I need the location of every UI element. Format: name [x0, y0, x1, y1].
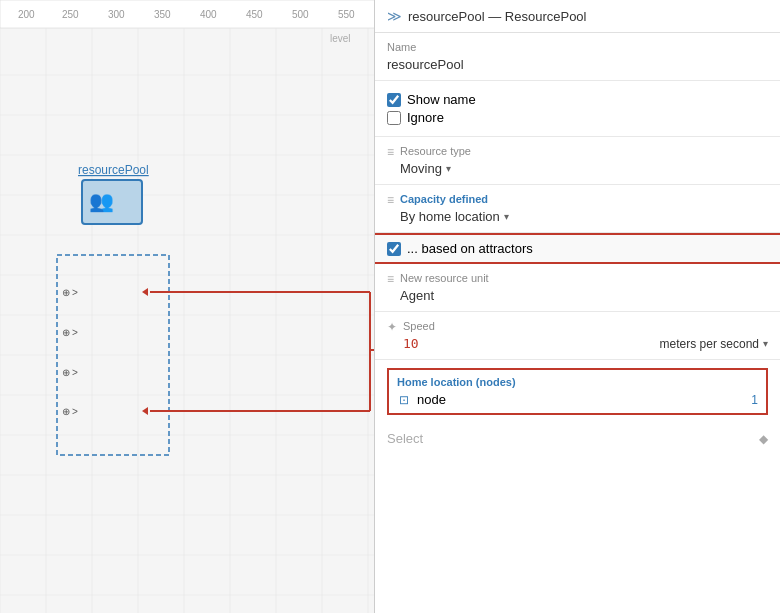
- capacity-dropdown[interactable]: By home location ▾: [400, 209, 768, 224]
- capacity-value: By home location: [400, 209, 500, 224]
- speed-unit: meters per second ▾: [660, 337, 768, 351]
- attractors-label: ... based on attractors: [407, 241, 533, 256]
- home-location-section: Home location (nodes) ⊡ node 1: [387, 368, 768, 415]
- new-resource-value: Agent: [400, 288, 768, 303]
- node-icon: ⊡: [397, 393, 411, 407]
- prop-header-title: resourcePool — ResourcePool: [408, 9, 586, 24]
- svg-text:200: 200: [18, 9, 35, 20]
- prop-header: ≫ resourcePool — ResourcePool: [375, 0, 780, 33]
- canvas-area[interactable]: 200 250 300 350 400 450 500 550 level: [0, 0, 375, 613]
- chevron-down-icon-speed: ▾: [763, 338, 768, 349]
- svg-marker-39: [142, 288, 148, 296]
- svg-text:⊕: ⊕: [62, 406, 70, 417]
- svg-text:500: 500: [292, 9, 309, 20]
- svg-text:>: >: [72, 287, 78, 298]
- svg-text:⊕: ⊕: [62, 367, 70, 378]
- capacity-label: Capacity defined: [400, 193, 768, 205]
- expand-icon: ≫: [387, 8, 402, 24]
- attractors-checkbox[interactable]: [387, 242, 401, 256]
- speed-value: 10: [403, 336, 419, 351]
- show-name-checkbox[interactable]: [387, 93, 401, 107]
- resource-pool-canvas-label: resourcePool: [78, 163, 149, 177]
- speed-section: ✦ Speed 10 meters per second ▾: [375, 312, 780, 360]
- svg-text:👥: 👥: [89, 189, 114, 213]
- node-count: 1: [751, 393, 758, 407]
- new-resource-section: ≡ New resource unit Agent: [375, 264, 780, 312]
- svg-text:550: 550: [338, 9, 355, 20]
- svg-text:350: 350: [154, 9, 171, 20]
- ignore-row: Ignore: [387, 110, 768, 125]
- attractors-row: ... based on attractors: [375, 233, 780, 264]
- svg-text:300: 300: [108, 9, 125, 20]
- diamond-icon: ◆: [759, 432, 768, 446]
- svg-text:⊕: ⊕: [62, 287, 70, 298]
- speed-handle-icon: ✦: [387, 320, 397, 334]
- svg-text:>: >: [72, 367, 78, 378]
- svg-text:⊕: ⊕: [62, 327, 70, 338]
- show-name-label: Show name: [407, 92, 476, 107]
- name-value: resourcePool: [387, 57, 768, 72]
- chevron-down-icon: ▾: [446, 163, 451, 174]
- name-label: Name: [387, 41, 768, 53]
- ignore-checkbox[interactable]: [387, 111, 401, 125]
- svg-rect-0: [0, 0, 374, 28]
- capacity-section: ≡ Capacity defined By home location ▾: [375, 185, 780, 233]
- resource-type-value: Moving: [400, 161, 442, 176]
- checkbox-section: Show name Ignore: [375, 81, 780, 137]
- properties-panel: ≫ resourcePool — ResourcePool Name resou…: [375, 0, 780, 613]
- svg-text:250: 250: [62, 9, 79, 20]
- svg-text:400: 400: [200, 9, 217, 20]
- chevron-down-icon-capacity: ▾: [504, 211, 509, 222]
- home-location-row: ⊡ node 1: [397, 392, 758, 407]
- resource-type-label: Resource type: [400, 145, 768, 157]
- resource-type-dropdown[interactable]: Moving ▾: [400, 161, 768, 176]
- svg-text:>: >: [72, 327, 78, 338]
- home-location-label: Home location (nodes): [397, 376, 758, 388]
- svg-text:>: >: [72, 406, 78, 417]
- svg-text:450: 450: [246, 9, 263, 20]
- select-row: Select ◆: [375, 423, 780, 454]
- name-section: Name resourcePool: [375, 33, 780, 81]
- svg-marker-47: [142, 407, 148, 415]
- node-label: node: [417, 392, 446, 407]
- speed-label: Speed: [403, 320, 768, 332]
- show-name-row: Show name: [387, 92, 768, 107]
- ignore-label: Ignore: [407, 110, 444, 125]
- svg-text:level: level: [330, 33, 351, 44]
- resource-type-section: ≡ Resource type Moving ▾: [375, 137, 780, 185]
- new-resource-label: New resource unit: [400, 272, 768, 284]
- handle-icon: ≡: [387, 145, 394, 159]
- handle-icon-resource: ≡: [387, 272, 394, 286]
- handle-icon-capacity: ≡: [387, 193, 394, 207]
- select-label: Select: [387, 431, 423, 446]
